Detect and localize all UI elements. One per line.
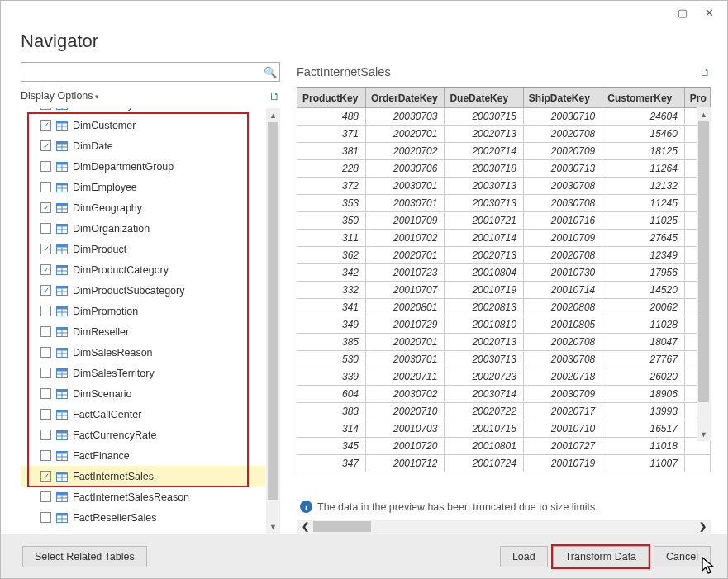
tree-item-dimproductsubcategory[interactable]: ✓DimProductSubcategory (21, 280, 265, 301)
table-row[interactable]: 34720010712200107242001071911007 (297, 455, 711, 472)
refresh-tree-icon[interactable]: 🗋 (269, 90, 280, 102)
checkbox[interactable]: ✓ (40, 120, 51, 131)
grid-vertical-scrollbar[interactable]: ▲ ▼ (697, 107, 711, 441)
cell: 20020808 (523, 299, 602, 316)
table-row[interactable]: 33220010707200107192001071414520 (297, 282, 711, 299)
table-row[interactable]: 38520020701200207132002070818047 (297, 334, 711, 351)
table-row[interactable]: 53020030701200307132003070827767 (297, 351, 711, 368)
tree-scrollbar[interactable]: ▲ ▼ (266, 108, 280, 534)
tree-item-dimdepartmentgroup[interactable]: DimDepartmentGroup (21, 156, 265, 177)
scroll-down-arrow[interactable]: ▼ (697, 427, 711, 441)
checkbox[interactable] (40, 347, 51, 358)
table-row[interactable]: 37120020701200207132002070815460 (297, 126, 711, 143)
column-header[interactable]: CustomerKey (602, 88, 685, 108)
tree-item-dimsalesterritory[interactable]: DimSalesTerritory (21, 363, 265, 383)
table-row[interactable]: 34520010720200108012001072711018 (297, 438, 711, 455)
scroll-down-arrow[interactable]: ▼ (266, 520, 280, 534)
checkbox[interactable] (40, 161, 51, 172)
table-row[interactable]: 35020010709200107212001071611025 (297, 212, 711, 230)
tree-item-dimsalesreason[interactable]: DimSalesReason (21, 342, 265, 363)
cell: 341 (297, 299, 366, 316)
table-row[interactable]: 35320030701200307132003070811245 (297, 195, 711, 212)
checkbox[interactable] (40, 108, 51, 110)
column-header[interactable]: OrderDateKey (365, 88, 444, 108)
table-row[interactable]: 38120020702200207142002070918125 (297, 143, 711, 160)
column-header[interactable]: ShipDateKey (523, 88, 602, 108)
tree-item-factfinance[interactable]: FactFinance (21, 445, 265, 466)
tree-item-factcallcenter[interactable]: FactCallCenter (21, 404, 265, 425)
table-row[interactable]: 31120010702200107142001070927645 (297, 230, 711, 247)
checkbox[interactable]: ✓ (40, 285, 51, 296)
truncation-message: i The data in the preview has been trunc… (297, 492, 711, 520)
load-button[interactable]: Load (500, 546, 548, 567)
table-row[interactable]: 33920020711200207232002071826020 (297, 368, 711, 386)
tree-item-factresellersales[interactable]: FactResellerSales (21, 507, 265, 528)
table-row[interactable]: 34120020801200208132002080820062 (297, 299, 711, 316)
checkbox[interactable] (40, 512, 51, 523)
tree-item-dimdate[interactable]: ✓DimDate (21, 135, 265, 156)
checkbox[interactable]: ✓ (40, 244, 51, 254)
table-row[interactable]: 60420030702200307142003070918906 (297, 386, 711, 403)
checkbox[interactable] (40, 306, 51, 316)
table-row[interactable]: 38320020710200207222002071713993 (297, 403, 711, 420)
checkbox[interactable] (40, 223, 51, 234)
search-icon[interactable]: 🔍 (261, 66, 279, 78)
checkbox[interactable]: ✓ (40, 202, 51, 213)
table-icon (56, 348, 68, 358)
tree-item-dimproduct[interactable]: ✓DimProduct (21, 239, 265, 259)
column-header[interactable]: ProductKey (297, 88, 366, 108)
grid-horizontal-scrollbar[interactable]: ❮ ❯ (297, 520, 711, 534)
maximize-button[interactable]: ▢ (669, 2, 696, 22)
table-row[interactable]: 34220010723200108042001073017956 (297, 264, 711, 282)
search-box[interactable]: 🔍 (21, 62, 280, 82)
table-row[interactable]: 22820030706200307182003071311264 (297, 160, 711, 178)
tree-item-factinternetsales[interactable]: ✓FactInternetSales (21, 466, 265, 486)
table-row[interactable]: 37220030701200307132003070812132 (297, 178, 711, 195)
scroll-up-arrow[interactable]: ▲ (697, 107, 711, 121)
checkbox[interactable] (40, 182, 51, 192)
checkbox[interactable] (40, 430, 51, 440)
cell: 20010719 (445, 282, 523, 299)
tree-item-dimcustomer[interactable]: ✓DimCustomer (21, 115, 265, 135)
column-header[interactable]: Pro (684, 88, 710, 108)
display-options-dropdown[interactable]: Display Options (21, 90, 99, 102)
tree-item-factcurrencyrate[interactable]: FactCurrencyRate (21, 425, 265, 445)
cell: 11245 (602, 195, 685, 212)
checkbox[interactable] (40, 409, 51, 420)
tree-item-dimcurrency[interactable]: DimCurrency (21, 108, 265, 115)
refresh-preview-icon[interactable]: 🗋 (700, 66, 711, 78)
scroll-right-arrow[interactable]: ❯ (694, 520, 711, 534)
search-input[interactable] (21, 64, 261, 79)
checkbox[interactable] (40, 326, 51, 337)
transform-data-button[interactable]: Transform Data (553, 546, 649, 567)
close-button[interactable]: ✕ (696, 2, 722, 22)
scroll-up-arrow[interactable]: ▲ (266, 108, 280, 122)
checkbox[interactable] (40, 450, 51, 461)
tree-item-dimproductcategory[interactable]: ✓DimProductCategory (21, 259, 265, 280)
column-header[interactable]: DueDateKey (445, 88, 523, 108)
checkbox[interactable] (40, 368, 51, 378)
tree-item-dimemployee[interactable]: DimEmployee (21, 177, 265, 197)
checkbox[interactable]: ✓ (40, 471, 51, 482)
cancel-button[interactable]: Cancel (654, 546, 711, 567)
table-row[interactable]: 48820030703200307152003071024604 (297, 108, 711, 126)
checkbox[interactable]: ✓ (40, 264, 51, 275)
select-related-tables-button[interactable]: Select Related Tables (22, 546, 147, 567)
tree-item-dimpromotion[interactable]: DimPromotion (21, 301, 265, 321)
tree-item-label: DimReseller (73, 326, 129, 338)
checkbox[interactable] (40, 491, 51, 502)
tree-item-dimgeography[interactable]: ✓DimGeography (21, 197, 265, 218)
tree-item-factinternetsalesreason[interactable]: FactInternetSalesReason (21, 486, 265, 507)
table-row[interactable]: 34920010729200108102001080511028 (297, 316, 711, 334)
cell: 20030706 (365, 160, 444, 178)
table-icon (56, 244, 68, 254)
scroll-left-arrow[interactable]: ❮ (297, 520, 313, 534)
checkbox[interactable] (40, 388, 51, 399)
tree-item-dimscenario[interactable]: DimScenario (21, 383, 265, 404)
table-row[interactable]: 36220020701200207132002070812349 (297, 247, 711, 264)
tree-item-dimreseller[interactable]: DimReseller (21, 321, 265, 342)
checkbox[interactable]: ✓ (40, 140, 51, 151)
tree-item-dimorganization[interactable]: DimOrganization (21, 218, 265, 239)
svg-rect-65 (57, 430, 68, 433)
table-row[interactable]: 31420010703200107152001071016517 (297, 420, 711, 438)
